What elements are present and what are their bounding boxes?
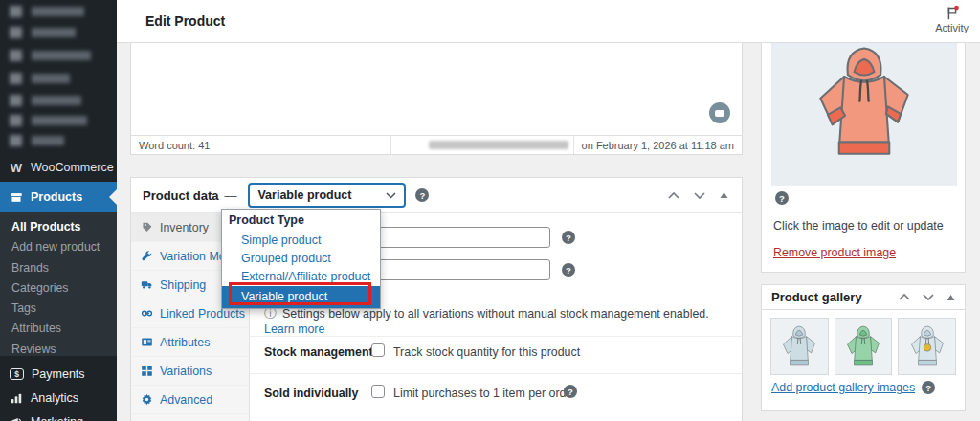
admin-sidebar: W WooCommerce Products All Products Add … <box>0 0 117 421</box>
sidebar-item-analytics[interactable]: Analytics <box>0 386 117 410</box>
divider <box>250 336 742 337</box>
description-editor[interactable]: Word count: 41 on February 1, 2026 at 11… <box>130 43 743 155</box>
move-down-button[interactable] <box>694 191 705 200</box>
activity-button[interactable]: Activity <box>935 4 969 33</box>
sidebar-item-marketing[interactable]: Marketing <box>0 410 117 421</box>
editor-widget-icon[interactable] <box>709 102 730 123</box>
gallery-thumbnails <box>762 310 965 379</box>
help-icon[interactable]: ? <box>922 381 935 394</box>
sidebar-item-brands[interactable]: Brands <box>0 258 117 278</box>
sidebar-item-reviews[interactable]: Reviews <box>0 340 117 360</box>
redacted-menu-item[interactable] <box>0 6 117 18</box>
notice-text: Settings below apply to all variations w… <box>282 307 709 321</box>
woocommerce-icon: W <box>10 161 23 175</box>
gear-icon <box>141 393 153 406</box>
sidebar-item-all-products[interactable]: All Products <box>0 217 117 237</box>
add-gallery-images-link[interactable]: Add product gallery images <box>771 381 915 394</box>
truck-icon <box>141 278 153 291</box>
notification-dot <box>954 6 959 11</box>
payments-icon: $ <box>10 368 24 380</box>
page-title: Edit Product <box>145 13 225 29</box>
remove-product-image-link[interactable]: Remove product image <box>773 246 896 259</box>
activity-flag-icon <box>944 4 961 21</box>
learn-more-link[interactable]: Learn more <box>264 322 324 336</box>
help-icon[interactable]: ? <box>415 188 429 202</box>
tab-label: Attributes <box>160 336 210 349</box>
redacted-menu-item[interactable] <box>0 95 117 107</box>
help-icon[interactable]: ? <box>775 191 789 205</box>
tab-attributes[interactable]: Attributes <box>131 328 249 357</box>
woocommerce-admin-page: W WooCommerce Products All Products Add … <box>0 0 980 421</box>
editor-status-bar: Word count: 41 on February 1, 2026 at 11… <box>131 135 742 154</box>
admin-topbar: Edit Product Activity <box>117 0 980 43</box>
featured-product-image[interactable] <box>771 43 957 186</box>
collapse-toggle-icon[interactable] <box>720 191 728 199</box>
sidebar-item-label: Products <box>31 190 82 204</box>
tab-variations[interactable]: Variations <box>131 357 249 386</box>
help-icon[interactable]: ? <box>562 263 575 277</box>
option-variable-product[interactable]: Variable product <box>222 286 380 308</box>
panel-title: Product data <box>143 188 218 203</box>
tab-label: Advanced <box>160 393 212 407</box>
help-icon[interactable]: ? <box>564 385 577 398</box>
link-icon <box>141 307 153 320</box>
sold-checkbox-label: Limit purchases to 1 item per order <box>393 387 576 400</box>
stock-management-label: Stock management <box>264 345 373 359</box>
selected-product-type: Variable product <box>257 188 351 202</box>
panel-title-dash: — <box>224 188 236 203</box>
product-type-select[interactable]: Variable product <box>248 183 406 208</box>
sidebar-item-label: Analytics <box>31 391 78 405</box>
gallery-thumbnail[interactable] <box>898 318 956 375</box>
box-icon <box>10 190 23 204</box>
sidebar-item-payments[interactable]: $ Payments <box>0 362 117 386</box>
move-up-button[interactable] <box>899 293 910 301</box>
redacted-menu-item[interactable] <box>0 135 117 147</box>
divider <box>250 373 742 374</box>
activity-label: Activity <box>935 22 969 33</box>
option-external-product[interactable]: External/Affiliate product <box>222 268 380 286</box>
tab-advanced[interactable]: Advanced <box>131 386 249 414</box>
redacted-menu-item[interactable] <box>0 73 117 85</box>
hoodie-image <box>806 43 923 169</box>
bar-chart-icon <box>10 391 23 405</box>
tab-label: Shipping <box>160 278 206 292</box>
redacted-text <box>429 141 568 149</box>
product-type-dropdown: Product Type Simple product Grouped prod… <box>221 209 381 309</box>
sidebar-item-products[interactable]: Products <box>0 182 117 212</box>
last-edited-date: on February 1, 2026 at 11:18 am <box>573 136 742 154</box>
gallery-title: Product gallery <box>771 290 862 304</box>
collapse-toggle-icon[interactable] <box>947 294 955 301</box>
option-grouped-product[interactable]: Grouped product <box>222 250 380 268</box>
option-simple-product[interactable]: Simple product <box>222 232 380 250</box>
chevron-down-icon <box>386 192 396 199</box>
wrench-icon <box>141 250 153 262</box>
redacted-menu-item[interactable] <box>0 50 117 62</box>
redacted-menu-item[interactable] <box>0 27 117 39</box>
move-up-button[interactable] <box>668 191 679 200</box>
sidebar-item-label: WooCommerce <box>31 161 114 174</box>
hoodie-thumb <box>842 322 884 370</box>
help-icon[interactable]: ? <box>562 231 575 244</box>
stock-management-checkbox[interactable] <box>371 343 385 357</box>
gallery-thumbnail[interactable] <box>770 318 829 375</box>
sidebar-item-woocommerce[interactable]: W WooCommerce <box>0 153 117 182</box>
sold-individually-checkbox[interactable] <box>371 385 385 398</box>
image-edit-hint: Click the image to edit or update <box>773 219 944 233</box>
redacted-menu-item[interactable] <box>0 115 117 127</box>
stock-checkbox-label: Track stock quantity for this product <box>393 345 580 359</box>
sidebar-item-attributes[interactable]: Attributes <box>0 319 117 339</box>
tab-label: Variations <box>160 365 212 378</box>
tag-icon <box>141 221 153 233</box>
products-submenu: All Products Add new product Brands Cate… <box>0 212 117 356</box>
sidebar-item-label: Marketing <box>31 415 83 421</box>
sidebar-item-categories[interactable]: Categories <box>0 278 117 299</box>
product-data-panel: Product data — Variable product ? Invent… <box>130 177 743 421</box>
gallery-thumbnail[interactable] <box>835 318 893 375</box>
sidebar-item-tags[interactable]: Tags <box>0 299 117 319</box>
product-image-panel: ? Click the image to edit or update Remo… <box>761 43 966 273</box>
sidebar-item-add-new-product[interactable]: Add new product <box>0 237 117 257</box>
move-down-button[interactable] <box>923 293 934 301</box>
sidebar-item-label: Payments <box>32 367 85 381</box>
hoodie-badge <box>924 344 931 352</box>
grid-icon <box>141 365 153 377</box>
